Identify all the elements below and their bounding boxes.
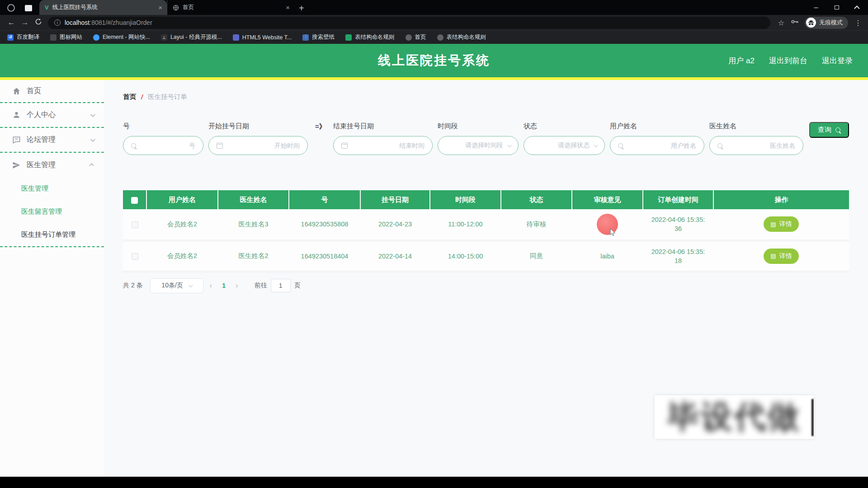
tab-close-icon[interactable]: × [286,4,290,11]
row-checkbox[interactable] [132,221,138,228]
home-icon [12,87,21,95]
bookmark-item[interactable]: 表结构命名规则 [345,33,395,41]
filter-status: 状态 请选择状态 [524,122,605,155]
close-window-button[interactable] [847,0,868,15]
end-date-input[interactable] [352,142,425,149]
bookmarks-bar: 译百度翻译 图标网站 Element - 网站快... ⊥Layui - 经典开… [0,30,868,44]
doctor-name-input-wrap [709,136,803,155]
sidebar-item-personal-center[interactable]: 个人中心 [0,103,104,128]
globe-icon [437,34,443,41]
sidebar-subitem-doctor-message[interactable]: 医生留言管理 [0,200,104,223]
app-body: 首页 个人中心 论坛管理 医生管理 医生管理 医生留言管理 医生 [0,80,868,477]
bookmark-item[interactable]: Element - 网站快... [93,33,150,41]
detail-button[interactable]: ▤详情 [764,249,798,264]
breadcrumb: 首页 / 医生挂号订单 [123,93,868,101]
filter-doctor-name: 医生姓名 [709,122,803,155]
table-row: 会员姓名2 医生姓名3 1649230535808 2022-04-23 11:… [123,209,849,240]
layui-icon: ⊥ [161,34,167,41]
chevron-up-icon [89,163,94,168]
logout-link[interactable]: 退出登录 [822,56,853,66]
back-button[interactable]: ← [5,18,18,27]
bookmark-label: 表结构命名规则 [355,33,395,41]
sidebar-item-home[interactable]: 首页 [0,80,104,103]
start-date-input-wrap [208,136,308,155]
new-tab-button[interactable]: + [299,4,304,13]
sidebar-item-forum-management[interactable]: 论坛管理 [0,128,104,153]
sidebar-item-label: 个人中心 [27,110,56,120]
document-icon: ▤ [770,253,776,259]
bookmark-item[interactable]: HTML5 Website T... [233,34,292,41]
prev-page-button[interactable]: ‹ [203,281,219,290]
filter-label: 号 [123,122,203,130]
column-header: 订单创建时间 [643,190,713,209]
search-icon [835,127,840,132]
bookmark-star-icon[interactable]: ☆ [778,19,784,27]
column-header: 挂号日期 [360,190,430,209]
tab-close-icon[interactable]: × [158,4,162,11]
cell-doctor-name: 医生姓名3 [218,209,289,240]
column-header: 审核意见 [572,190,643,209]
bookmark-item[interactable]: ⫶搜索壁纸 [302,33,335,41]
cell-reg-date: 2022-04-14 [360,240,430,272]
doctor-name-input[interactable] [726,142,795,149]
start-date-input[interactable] [227,142,300,149]
forward-button[interactable]: → [18,18,32,27]
bookmark-item[interactable]: 表结构命名规则 [437,33,486,41]
search-button[interactable]: 查询 [809,122,849,138]
select-all-checkbox[interactable] [131,197,138,204]
sidebar-group-doctor: 医生管理 医生管理 医生留言管理 医生挂号订单管理 [0,153,104,247]
current-page[interactable]: 1 [218,282,229,289]
reload-button[interactable] [32,18,45,28]
exit-to-front-link[interactable]: 退出到前台 [769,56,807,66]
sidebar-subitem-doctor-order[interactable]: 医生挂号订单管理 [0,223,104,246]
bookmark-item[interactable]: 译百度翻译 [7,33,39,41]
sidebar-subitem-label: 医生挂号订单管理 [21,230,75,239]
table-row: 会员姓名2 医生姓名2 1649230518404 2022-04-14 14:… [123,240,849,272]
wallpaper-icon: ⫶ [302,34,309,41]
goto-page-input[interactable] [271,279,291,292]
bookmark-item[interactable]: 图标网站 [50,33,82,41]
breadcrumb-home[interactable]: 首页 [123,93,136,101]
calendar-icon [217,143,223,149]
forum-icon [12,136,21,144]
bookmark-item[interactable]: 首页 [406,33,426,41]
cell-actions: ▤详情 [713,240,849,272]
row-select-cell [123,240,146,272]
column-header: 用户姓名 [146,190,218,209]
column-header: 医生姓名 [218,190,289,209]
page-size-select[interactable]: 10条/页 [150,278,203,293]
url-text: localhost:8081/#/zhuanjiaOrder [65,19,152,26]
column-header: 号 [289,190,360,209]
chevron-down-icon [594,143,598,147]
password-key-icon[interactable] [791,18,799,27]
sidebar-item-doctor-management[interactable]: 医生管理 [0,153,104,177]
filter-label: 用户姓名 [610,122,704,130]
user-name-input[interactable] [627,142,696,149]
url-host: localhost [65,19,90,26]
row-select-cell [123,209,146,240]
tab-hospital-system[interactable]: V 线上医院挂号系统 × [39,0,167,15]
search-icon [618,143,623,148]
status-select[interactable]: 请选择状态 [524,136,605,155]
info-icon[interactable]: i [54,19,61,26]
filter-label: 医生姓名 [709,122,803,130]
browser-menu-icon[interactable]: ⋮ [854,19,862,27]
address-bar[interactable]: i localhost:8081/#/zhuanjiaOrder [48,17,770,29]
cell-actions: ▤详情 [713,209,849,240]
restore-button[interactable] [826,0,847,15]
number-input[interactable] [140,142,195,149]
time-slot-select[interactable]: 请选择时间段 [438,136,519,155]
tab-home[interactable]: 首页 × [167,0,294,15]
reload-icon [35,18,42,25]
sidebar-subitem-doctor[interactable]: 医生管理 [0,177,104,200]
incognito-label: 无痕模式 [819,19,843,27]
chevron-down-icon [507,143,512,147]
minimize-button[interactable]: ─ [806,0,826,15]
watermark: 毕设代做 [655,395,814,439]
next-page-button[interactable]: › [229,281,245,290]
bookmark-item[interactable]: ⊥Layui - 经典开源模... [161,33,222,41]
current-user[interactable]: 用户 a2 [728,56,755,66]
browser-tab-bar: V 线上医院挂号系统 × 首页 × + ─ [0,0,868,15]
detail-button[interactable]: ▤详情 [764,216,798,232]
row-checkbox[interactable] [132,253,138,260]
